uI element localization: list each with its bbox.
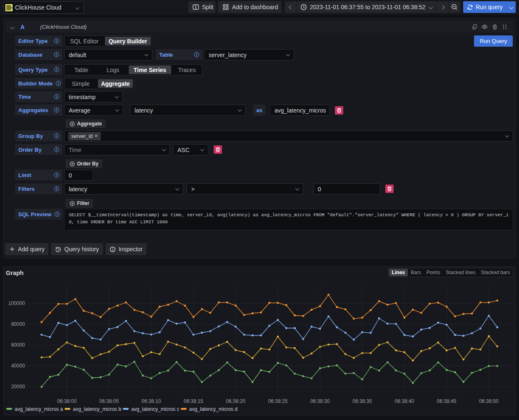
svg-text:06:38:50: 06:38:50 (479, 398, 499, 404)
svg-text:06:38:35: 06:38:35 (352, 398, 372, 404)
svg-text:avg_latency_micros b: avg_latency_micros b (73, 406, 121, 412)
svg-text:06:38:15: 06:38:15 (184, 398, 203, 404)
svg-text:06:38:40: 06:38:40 (395, 398, 414, 404)
svg-text:avg_latency_micros a: avg_latency_micros a (15, 406, 63, 412)
svg-text:06:38:00: 06:38:00 (57, 398, 77, 404)
svg-text:40000: 40000 (11, 363, 25, 369)
svg-text:06:38:45: 06:38:45 (437, 398, 457, 404)
svg-text:06:38:05: 06:38:05 (99, 398, 119, 404)
svg-text:06:38:10: 06:38:10 (142, 398, 161, 404)
svg-text:avg_latency_micros c: avg_latency_micros c (131, 406, 179, 412)
svg-text:100000: 100000 (8, 300, 25, 306)
svg-text:80000: 80000 (11, 321, 25, 327)
svg-text:06:38:25: 06:38:25 (268, 398, 288, 404)
svg-text:60000: 60000 (11, 342, 25, 348)
svg-text:20000: 20000 (11, 384, 25, 390)
svg-text:06:38:20: 06:38:20 (226, 398, 245, 404)
svg-text:avg_latency_micros d: avg_latency_micros d (189, 406, 237, 412)
svg-text:06:38:30: 06:38:30 (310, 398, 330, 404)
